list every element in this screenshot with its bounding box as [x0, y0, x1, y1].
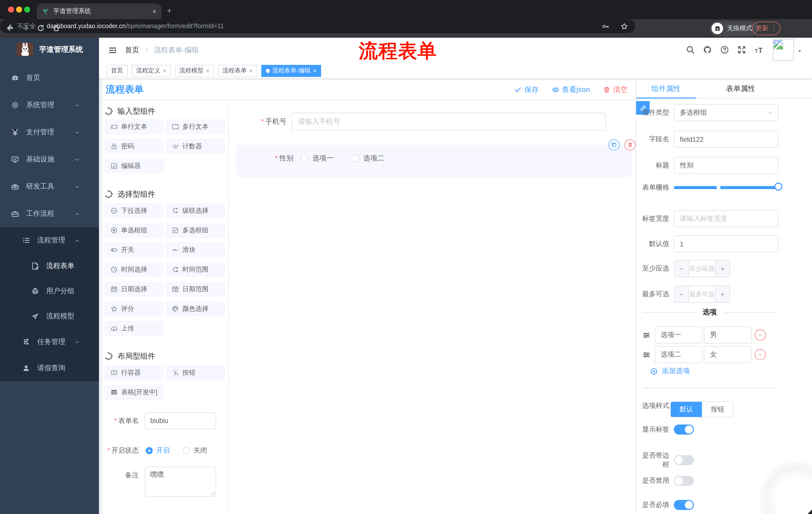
tab-component-props[interactable]: 组件属性: [636, 79, 696, 98]
style-default-button[interactable]: 默认: [671, 402, 702, 417]
field-name-input[interactable]: field122: [674, 131, 778, 148]
tag-首页[interactable]: 首页: [107, 64, 127, 77]
github-icon[interactable]: [703, 45, 712, 54]
component-开关[interactable]: 开关: [105, 242, 164, 258]
delete-field-button[interactable]: [625, 139, 636, 151]
option-value-input[interactable]: 男: [704, 326, 752, 344]
status-off-radio[interactable]: 关闭: [183, 446, 207, 455]
collapse-menu-icon[interactable]: [109, 46, 117, 54]
style-button-button[interactable]: 按钮: [702, 402, 733, 417]
browser-tab[interactable]: 芋道管理系统 ×: [37, 3, 161, 19]
component-表格[开发中][interactable]: 表格[开发中]: [105, 385, 164, 400]
component-单选框组[interactable]: 单选框组: [105, 223, 164, 238]
search-icon[interactable]: [686, 45, 695, 54]
sidebar-item-首页[interactable]: 首页: [0, 64, 99, 91]
drag-handle-icon[interactable]: [643, 331, 650, 339]
max-select-value[interactable]: 最多可选: [689, 286, 715, 302]
checkbox-icon[interactable]: [301, 155, 308, 162]
component-多选框组[interactable]: 多选框组: [166, 223, 225, 238]
sidebar-item-系统管理[interactable]: 系统管理: [0, 91, 99, 119]
phone-field-row[interactable]: *手机号 请输入手机号: [229, 113, 636, 131]
component-计数器[interactable]: 123计数器: [166, 139, 225, 154]
close-icon[interactable]: ×: [313, 67, 317, 74]
duplicate-field-button[interactable]: [609, 139, 619, 151]
breadcrumb-home[interactable]: 首页: [125, 46, 139, 54]
component-时间范围[interactable]: 时间范围: [166, 262, 225, 277]
toggle-switch-显示标签[interactable]: [674, 425, 694, 435]
bookmark-star-icon[interactable]: [620, 22, 628, 30]
component-下拉选择[interactable]: 下拉选择: [105, 203, 164, 218]
sidebar-item-任务管理[interactable]: 任务管理: [0, 329, 99, 355]
tag-流程定义[interactable]: 流程定义×: [132, 64, 171, 77]
tag-流程表单[interactable]: 流程表单×: [218, 64, 257, 77]
traffic-light-minimize[interactable]: [16, 6, 22, 12]
gender-option-2[interactable]: 选项二: [352, 154, 384, 163]
component-行容器[interactable]: 行容器: [105, 365, 164, 380]
tab-close-icon[interactable]: ×: [152, 7, 156, 15]
forward-icon[interactable]: [21, 24, 29, 32]
toggle-switch-是否带边框[interactable]: [674, 455, 694, 465]
component-滑块[interactable]: 滑块: [166, 242, 225, 258]
component-评分[interactable]: 评分: [105, 301, 164, 316]
home-icon[interactable]: [52, 24, 60, 32]
sidebar-item-工作流程[interactable]: 工作流程: [0, 200, 99, 227]
component-颜色选择[interactable]: 颜色选择: [166, 301, 225, 316]
component-多行文本[interactable]: 多行文本: [166, 119, 225, 134]
remove-option-button[interactable]: −: [755, 349, 766, 360]
title-input[interactable]: 性别: [674, 157, 778, 174]
label-width-input[interactable]: 请输入标签宽度: [674, 210, 778, 227]
sidebar-item-基础设施[interactable]: 基础设施: [0, 146, 99, 173]
component-按钮[interactable]: 按钮: [166, 365, 225, 380]
close-icon[interactable]: ×: [249, 67, 253, 74]
traffic-light-zoom[interactable]: [24, 6, 30, 12]
remark-textarea[interactable]: 嘿嘿: [145, 467, 216, 497]
chrome-menu-icon[interactable]: ⋮: [771, 25, 777, 32]
new-tab-button[interactable]: +: [167, 6, 172, 16]
gender-option-1[interactable]: 选项一: [301, 154, 334, 163]
minus-button[interactable]: −: [674, 286, 689, 302]
corner-widget[interactable]: [808, 510, 812, 514]
font-size-icon[interactable]: TT: [754, 45, 763, 54]
save-button[interactable]: 保存: [514, 85, 539, 94]
status-on-radio[interactable]: 开启: [146, 446, 170, 455]
resize-grip[interactable]: [210, 491, 214, 495]
option-label-input[interactable]: 选项一: [655, 326, 702, 344]
component-密码[interactable]: 密码: [105, 139, 164, 154]
traffic-light-close[interactable]: [8, 6, 14, 12]
min-select-value[interactable]: 至少应选: [689, 261, 715, 277]
remove-option-button[interactable]: −: [755, 329, 766, 341]
form-canvas[interactable]: *手机号 请输入手机号 *性别 选项一 选项二: [229, 101, 636, 514]
sidebar-item-流程表单[interactable]: 流程表单: [0, 253, 99, 279]
min-select-stepper[interactable]: − 至少应选 +: [674, 260, 730, 277]
form-name-input[interactable]: biubiu: [145, 412, 216, 429]
back-icon[interactable]: [6, 24, 14, 32]
component-单行文本[interactable]: 单行文本: [105, 119, 164, 134]
tag-流程表单-编辑[interactable]: 流程表单-编辑×: [261, 64, 321, 77]
tab-form-props[interactable]: 表单属性: [706, 79, 775, 98]
close-icon[interactable]: ×: [206, 67, 209, 74]
component-type-select[interactable]: 多选框组: [674, 104, 778, 121]
sidebar-item-流程模型[interactable]: 流程模型: [0, 304, 99, 329]
slider-track[interactable]: [674, 186, 780, 189]
slider-handle[interactable]: [774, 183, 782, 191]
chrome-update-button[interactable]: 更新 ⋮: [752, 21, 780, 35]
reload-icon[interactable]: [37, 24, 45, 32]
checkbox-icon[interactable]: [352, 155, 359, 162]
fullscreen-icon[interactable]: [737, 45, 746, 54]
toggle-switch-是否禁用[interactable]: [674, 476, 694, 486]
default-value-input[interactable]: 1: [674, 235, 778, 252]
drag-handle-icon[interactable]: [643, 351, 650, 358]
option-label-input[interactable]: 选项二: [655, 346, 702, 363]
logo-row[interactable]: 芋道管理系统: [0, 38, 99, 61]
sidebar-item-支付管理[interactable]: 支付管理: [0, 119, 99, 146]
component-编辑器[interactable]: 编辑器: [105, 158, 164, 173]
component-上传[interactable]: 上传: [105, 321, 164, 336]
plus-button[interactable]: +: [715, 261, 730, 277]
clear-button[interactable]: 清空: [603, 85, 628, 94]
sidebar-item-研发工具[interactable]: 研发工具: [0, 173, 99, 200]
component-级联选择[interactable]: 级联选择: [166, 203, 225, 218]
left-panel-scrollbar[interactable]: [99, 79, 103, 514]
grid-slider[interactable]: [674, 183, 780, 193]
phone-field-input[interactable]: 请输入手机号: [291, 113, 606, 131]
component-时间选择[interactable]: 时间选择: [105, 262, 164, 277]
